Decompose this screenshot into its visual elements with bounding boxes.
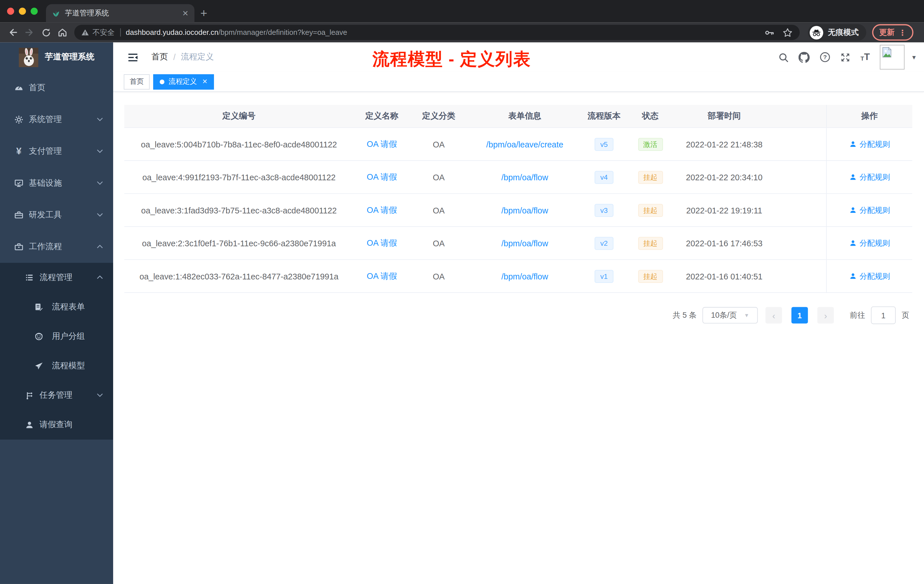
cell-category: OA: [410, 227, 467, 259]
sidebar-item-process-form[interactable]: 流程表单: [0, 292, 113, 322]
form-link[interactable]: /bpm/oa/leave/create: [486, 139, 563, 149]
tab-close-icon[interactable]: ✕: [182, 10, 188, 17]
tag-process-definition[interactable]: 流程定义 ✕: [153, 74, 214, 89]
col-form-info: 表单信息: [467, 105, 582, 127]
fullscreen-icon[interactable]: [841, 52, 851, 62]
sidebar-item-user-group[interactable]: 用户分组: [0, 322, 113, 351]
security-label[interactable]: 不安全: [92, 27, 115, 38]
sidebar-item-process-model[interactable]: 流程模型: [0, 351, 113, 381]
table-row: oa_leave:5:004b710b-7b8a-11ec-8ef0-acde4…: [124, 128, 912, 161]
address-bar[interactable]: 不安全 dashboard.yudao.iocoder.cn/bpm/manag…: [74, 25, 800, 40]
page-number-button[interactable]: 1: [792, 307, 808, 324]
active-tag-dot: [160, 79, 165, 84]
sidebar-item-label: 系统管理: [29, 114, 62, 125]
tag-close-icon[interactable]: ✕: [202, 78, 208, 86]
new-tab-button[interactable]: +: [200, 7, 207, 19]
tags-view-bar: 首页 流程定义 ✕: [113, 72, 924, 92]
sidebar: 芋道管理系统 首页 系统管理 ¥ 支付管理: [0, 43, 113, 584]
annotation-title: 流程模型 - 定义列表: [373, 48, 531, 71]
form-link[interactable]: /bpm/oa/flow: [502, 238, 548, 248]
sidebar-item-task-management[interactable]: 任务管理: [0, 381, 113, 410]
col-process-version: 流程版本: [582, 105, 626, 127]
not-secure-warning-icon: [81, 29, 89, 36]
font-size-icon[interactable]: TT: [861, 53, 870, 62]
app-logo-row[interactable]: 芋道管理系统: [0, 43, 113, 72]
window-controls[interactable]: [7, 8, 38, 15]
home-button[interactable]: [54, 24, 71, 41]
url-host[interactable]: dashboard.yudao.iocoder.cn: [126, 28, 218, 36]
close-window-button[interactable]: [7, 8, 14, 15]
password-key-icon[interactable]: [764, 27, 774, 38]
zoom-window-button[interactable]: [31, 8, 38, 15]
sidebar-item-process-management[interactable]: 流程管理: [0, 263, 113, 292]
col-deploy-time: 部署时间: [675, 105, 774, 127]
form-edit-icon: [34, 302, 44, 312]
cell-category: OA: [410, 194, 467, 226]
forward-button[interactable]: [21, 24, 38, 41]
definition-name-link[interactable]: OA 请假: [367, 172, 397, 182]
goto-page-input[interactable]: [871, 307, 896, 324]
github-icon[interactable]: [799, 51, 810, 63]
form-link[interactable]: /bpm/oa/flow: [502, 205, 548, 215]
definition-name-link[interactable]: OA 请假: [367, 238, 397, 248]
sidebar-fold-icon[interactable]: [127, 51, 139, 63]
definition-name-link[interactable]: OA 请假: [367, 271, 397, 281]
back-button[interactable]: [5, 24, 21, 41]
tab-favicon-plant-icon: [52, 9, 60, 17]
cell-deploy-time: 2022-01-22 20:34:10: [675, 161, 774, 193]
sidebar-item-home[interactable]: 首页: [0, 72, 113, 104]
minimize-window-button[interactable]: [19, 8, 26, 15]
assign-rule-link[interactable]: 分配规则: [849, 205, 890, 215]
sidebar-item-workflow[interactable]: 工作流程: [0, 231, 113, 263]
main-area: 首页 / 流程定义 流程模型 - 定义列表 ? TT: [113, 43, 924, 584]
form-link[interactable]: /bpm/oa/flow: [502, 172, 548, 182]
update-button[interactable]: 更新 ⋮: [872, 24, 913, 41]
select-caret-icon: ▼: [744, 312, 749, 318]
prev-page-button[interactable]: ‹: [766, 307, 782, 324]
reload-button[interactable]: [38, 24, 54, 41]
col-status: 状态: [626, 105, 675, 127]
cell-category: OA: [410, 260, 467, 292]
breadcrumb-home[interactable]: 首页: [152, 52, 168, 63]
search-icon[interactable]: [779, 52, 789, 62]
browser-menu-icon[interactable]: ⋮: [899, 28, 906, 37]
broken-image-icon: [882, 46, 893, 58]
definition-name-link[interactable]: OA 请假: [367, 139, 397, 149]
sidebar-item-dev-tools[interactable]: 研发工具: [0, 199, 113, 231]
chevron-down-icon: [97, 181, 103, 185]
briefcase-icon: [14, 242, 24, 252]
app-header: 首页 / 流程定义 流程模型 - 定义列表 ? TT: [113, 43, 924, 72]
sidebar-item-infrastructure[interactable]: 基础设施: [0, 167, 113, 199]
assign-rule-link[interactable]: 分配规则: [849, 238, 890, 248]
user-menu-caret-icon[interactable]: ▼: [911, 54, 917, 61]
definition-name-link[interactable]: OA 请假: [367, 205, 397, 215]
incognito-icon: [810, 26, 823, 39]
browser-tab[interactable]: 芋道管理系统 ✕: [46, 4, 195, 22]
monitor-icon: [14, 178, 24, 188]
tag-home[interactable]: 首页: [124, 74, 150, 89]
status-badge: 挂起: [638, 270, 663, 282]
assign-rule-link[interactable]: 分配规则: [849, 172, 890, 182]
user-group-icon: [34, 332, 44, 341]
cell-definition-id: oa_leave:3:1fad3d93-7b75-11ec-a3c8-acde4…: [124, 194, 353, 226]
bookmark-star-icon[interactable]: [782, 27, 792, 38]
avatar[interactable]: [880, 45, 905, 70]
form-link[interactable]: /bpm/oa/flow: [502, 271, 548, 281]
next-page-button[interactable]: ›: [817, 307, 834, 324]
url-path[interactable]: /bpm/manager/definition?key=oa_leave: [218, 28, 347, 36]
user-icon: [849, 173, 856, 181]
table-row: oa_leave:1:482ec033-762a-11ec-8477-a2380…: [124, 260, 912, 293]
assign-rule-link[interactable]: 分配规则: [849, 139, 890, 149]
sidebar-item-payment[interactable]: ¥ 支付管理: [0, 135, 113, 167]
assign-rule-link[interactable]: 分配规则: [849, 271, 890, 281]
cell-deploy-time: 2022-01-22 19:19:11: [675, 194, 774, 226]
tree-branch-icon: [25, 391, 34, 400]
help-icon[interactable]: ?: [820, 52, 830, 63]
screen: 芋道管理系统 ✕ + 不安全 dashboard.yudao.iocoder.c…: [0, 0, 924, 584]
sidebar-item-label: 流程模型: [52, 361, 85, 371]
page-size-select[interactable]: 10条/页 ▼: [703, 307, 758, 324]
version-badge: v5: [594, 138, 614, 150]
page-size-value: 10条/页: [711, 310, 737, 320]
sidebar-item-system[interactable]: 系统管理: [0, 104, 113, 135]
sidebar-item-leave-query[interactable]: 请假查询: [0, 410, 113, 440]
